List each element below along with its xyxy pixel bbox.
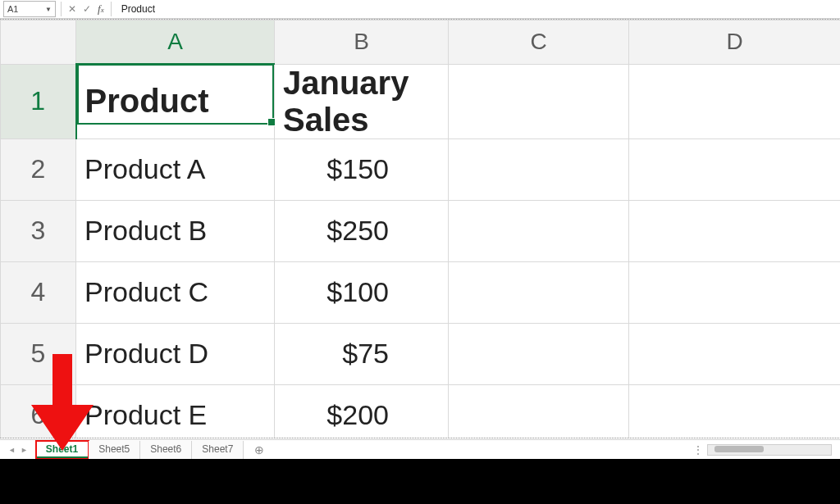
column-header-C[interactable]: C: [449, 20, 629, 65]
cell-D4[interactable]: [629, 261, 841, 323]
tab-next-icon[interactable]: ►: [21, 446, 28, 454]
name-box-value: A1: [7, 4, 18, 14]
cell-C1[interactable]: [449, 64, 629, 138]
row-header-4[interactable]: 4: [1, 261, 76, 323]
cell-A6[interactable]: Product E: [76, 384, 275, 438]
sheet-tab-strip: ◄ ► Sheet1 Sheet5 Sheet6 Sheet7 ⊕ ⋮: [0, 439, 840, 460]
cell-C2[interactable]: [449, 138, 629, 200]
select-all-corner[interactable]: [1, 20, 76, 65]
cell-D6[interactable]: [629, 384, 841, 438]
separator: [61, 2, 62, 16]
cell-D3[interactable]: [629, 200, 841, 261]
sheet-tab-4[interactable]: Sheet7: [192, 441, 244, 459]
cell-D2[interactable]: [629, 138, 841, 200]
column-header-A[interactable]: A: [76, 20, 275, 65]
tab-prev-icon[interactable]: ◄: [8, 446, 16, 454]
cell-B6[interactable]: $200: [275, 384, 449, 438]
sheet-tab-1[interactable]: Sheet1: [36, 441, 89, 459]
cell-C6[interactable]: [449, 384, 629, 438]
name-box[interactable]: A1 ▼: [3, 1, 56, 17]
column-header-D[interactable]: D: [629, 20, 841, 65]
bottom-black-bar: [0, 459, 840, 504]
chevron-down-icon[interactable]: ▼: [45, 6, 52, 13]
formula-bar: A1 ▼ ✕ ✓ fx Product: [0, 0, 840, 19]
cell-A2[interactable]: Product A: [76, 138, 275, 200]
cell-C5[interactable]: [449, 323, 629, 384]
cell-A3[interactable]: Product B: [76, 200, 275, 261]
column-header-B[interactable]: B: [275, 20, 449, 65]
cell-A5[interactable]: Product D: [76, 323, 275, 384]
sheet-tab-3[interactable]: Sheet6: [140, 441, 192, 459]
formula-input[interactable]: Product: [116, 3, 837, 15]
fx-icon[interactable]: fx: [96, 2, 106, 16]
cell-B3[interactable]: $250: [275, 200, 449, 261]
more-options-icon[interactable]: ⋮: [693, 444, 707, 456]
cell-D1[interactable]: [629, 64, 841, 138]
cell-C3[interactable]: [449, 200, 629, 261]
cancel-icon[interactable]: ✕: [66, 3, 78, 15]
cell-C4[interactable]: [449, 261, 629, 323]
cell-D5[interactable]: [629, 323, 841, 384]
cell-B2[interactable]: $150: [275, 138, 449, 200]
separator: [111, 2, 112, 16]
cell-A1[interactable]: Product: [76, 64, 275, 138]
cell-B4[interactable]: $100: [275, 261, 449, 323]
row-header-3[interactable]: 3: [1, 200, 76, 261]
cell-B5[interactable]: $75: [275, 323, 449, 384]
tab-nav-arrows[interactable]: ◄ ►: [0, 446, 36, 454]
confirm-icon[interactable]: ✓: [81, 3, 93, 15]
row-header-1[interactable]: 1: [1, 64, 76, 138]
cell-A4[interactable]: Product C: [76, 261, 275, 323]
scrollbar-thumb[interactable]: [714, 446, 764, 452]
row-header-2[interactable]: 2: [1, 138, 76, 200]
cell-B1[interactable]: January Sales: [275, 64, 449, 138]
row-header-5[interactable]: 5: [1, 323, 76, 384]
sheet-tab-2[interactable]: Sheet5: [89, 441, 140, 459]
spreadsheet-grid[interactable]: A B C D 1 Product January Sales 2 Produc…: [0, 20, 840, 438]
row-header-6[interactable]: 6: [1, 384, 76, 438]
horizontal-scrollbar[interactable]: [707, 444, 832, 456]
sheet-tabs: Sheet1 Sheet5 Sheet6 Sheet7: [36, 441, 244, 459]
add-sheet-button[interactable]: ⊕: [244, 443, 268, 456]
